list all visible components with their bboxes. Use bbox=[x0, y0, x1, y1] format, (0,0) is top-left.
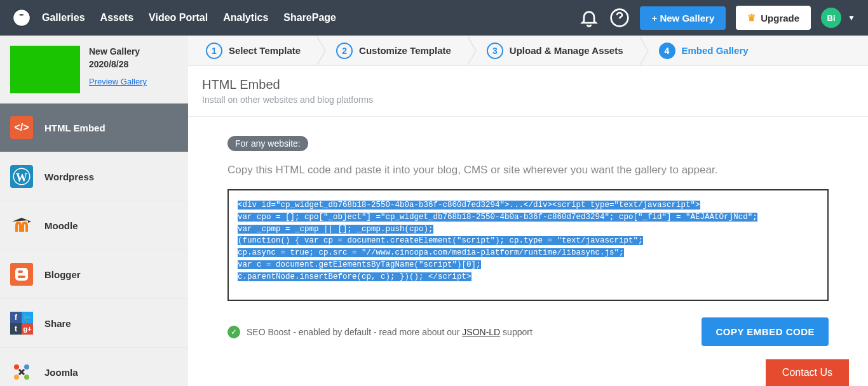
sidebar-item-blogger[interactable]: Blogger bbox=[0, 250, 188, 299]
wordpress-icon: W bbox=[10, 165, 33, 188]
for-any-website-badge: For any website: bbox=[227, 136, 308, 151]
nav-video-portal[interactable]: Video Portal bbox=[149, 12, 208, 23]
sidebar-item-share[interactable]: f 🐦 t g+ Share bbox=[0, 299, 188, 348]
step-label: Embed Gallery bbox=[682, 45, 749, 56]
nav-galleries[interactable]: Galleries bbox=[42, 12, 85, 23]
share-icon: f 🐦 t g+ bbox=[10, 312, 33, 335]
preview-gallery-link[interactable]: Preview Gallery bbox=[89, 77, 147, 86]
step-select-template[interactable]: 1 Select Template bbox=[188, 43, 318, 59]
step-number: 4 bbox=[659, 43, 675, 59]
step-customize-template[interactable]: 2 Customize Template bbox=[318, 43, 469, 59]
html-embed-icon: </> bbox=[10, 116, 33, 139]
gallery-thumbnail[interactable] bbox=[10, 46, 80, 93]
page-subtitle: Install on other websites and blog platf… bbox=[202, 95, 854, 105]
sidebar-item-joomla[interactable]: Joomla bbox=[0, 348, 188, 386]
svg-rect-7 bbox=[18, 270, 23, 273]
upgrade-button[interactable]: ♛ Upgrade bbox=[736, 6, 811, 30]
brand-logo[interactable] bbox=[13, 9, 31, 27]
step-label: Select Template bbox=[229, 45, 301, 56]
page-header: HTML Embed Install on other websites and… bbox=[188, 66, 868, 117]
wizard-steps: 1 Select Template 2 Customize Template 3… bbox=[188, 36, 868, 66]
joomla-icon bbox=[10, 361, 33, 383]
sidebar: New Gallery 2020/8/28 Preview Gallery </… bbox=[0, 36, 188, 386]
step-number: 2 bbox=[336, 43, 353, 59]
checkmark-icon: ✓ bbox=[227, 326, 240, 338]
nav-analytics[interactable]: Analytics bbox=[223, 12, 268, 23]
svg-point-10 bbox=[24, 364, 29, 369]
chevron-down-icon[interactable]: ▼ bbox=[848, 13, 855, 22]
sidebar-item-moodle[interactable]: Moodle bbox=[0, 201, 188, 250]
sidebar-item-label: Moodle bbox=[44, 220, 78, 231]
sidebar-item-label: Blogger bbox=[44, 269, 81, 280]
help-icon[interactable] bbox=[609, 8, 630, 28]
embed-code-textarea[interactable]: <div id="cp_widget_db768b18-2550-4b0a-b3… bbox=[227, 189, 829, 301]
embed-instructions: Copy this HTML code and paste it into yo… bbox=[227, 164, 829, 176]
seo-boost-info: ✓ SEO Boost - enabled by default - read … bbox=[227, 326, 532, 338]
json-ld-link[interactable]: JSON-LD bbox=[462, 327, 500, 337]
nav-assets[interactable]: Assets bbox=[100, 12, 133, 23]
sidebar-item-label: Wordpress bbox=[44, 171, 94, 182]
step-label: Upload & Manage Assets bbox=[510, 45, 623, 56]
svg-rect-6 bbox=[15, 268, 28, 281]
blogger-icon bbox=[10, 263, 33, 286]
moodle-icon bbox=[10, 214, 33, 237]
notifications-icon[interactable] bbox=[579, 8, 599, 28]
step-label: Customize Template bbox=[359, 45, 451, 56]
svg-point-11 bbox=[14, 375, 19, 380]
svg-text:W: W bbox=[16, 171, 27, 184]
top-navbar: Galleries Assets Video Portal Analytics … bbox=[0, 0, 868, 36]
new-gallery-button[interactable]: + New Gallery bbox=[640, 6, 726, 30]
crown-icon: ♛ bbox=[747, 12, 756, 23]
gallery-header: New Gallery 2020/8/28 Preview Gallery bbox=[0, 36, 188, 103]
nav-sharepage[interactable]: SharePage bbox=[283, 12, 336, 23]
main-content: 1 Select Template 2 Customize Template 3… bbox=[188, 36, 868, 386]
sidebar-item-label: Joomla bbox=[44, 367, 78, 378]
embed-code-content: <div id="cp_widget_db768b18-2550-4b0a-b3… bbox=[238, 201, 757, 281]
svg-point-12 bbox=[24, 375, 29, 380]
user-avatar[interactable]: Bi bbox=[821, 8, 841, 28]
svg-rect-8 bbox=[18, 276, 25, 278]
copy-embed-code-button[interactable]: COPY EMBED CODE bbox=[702, 317, 829, 346]
sidebar-item-wordpress[interactable]: W Wordpress bbox=[0, 152, 188, 201]
sidebar-item-label: Share bbox=[44, 318, 71, 329]
contact-us-tab[interactable]: Contact Us bbox=[766, 359, 849, 386]
step-number: 3 bbox=[487, 43, 503, 59]
sidebar-item-label: HTML Embed bbox=[44, 123, 105, 133]
gallery-title: New Gallery 2020/8/28 bbox=[89, 46, 178, 70]
page-title: HTML Embed bbox=[202, 77, 854, 92]
step-embed-gallery[interactable]: 4 Embed Gallery bbox=[641, 43, 766, 59]
svg-point-9 bbox=[14, 364, 19, 369]
step-number: 1 bbox=[206, 43, 222, 59]
sidebar-item-html-embed[interactable]: </> HTML Embed bbox=[0, 103, 188, 152]
step-upload-manage-assets[interactable]: 3 Upload & Manage Assets bbox=[469, 43, 641, 59]
